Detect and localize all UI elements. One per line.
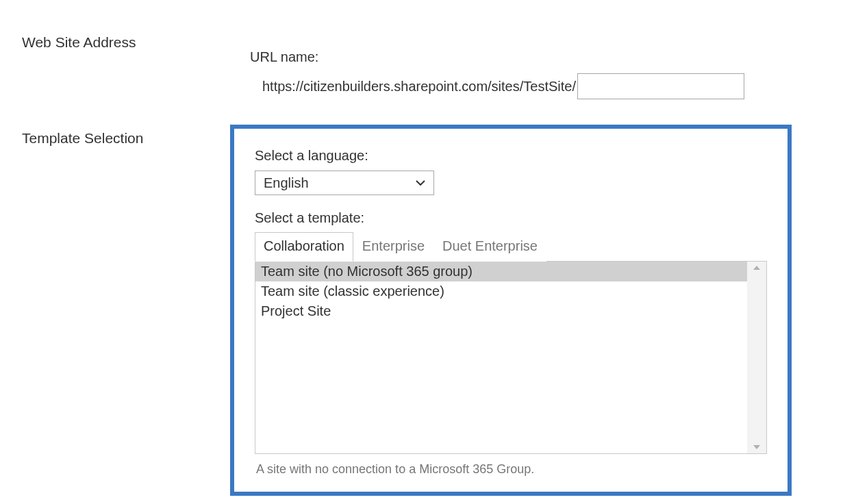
tab-enterprise[interactable]: Enterprise xyxy=(353,232,433,262)
scrollbar[interactable] xyxy=(747,262,766,453)
url-section: URL name: https://citizenbuilders.sharep… xyxy=(250,49,744,99)
svg-marker-0 xyxy=(753,266,760,270)
scroll-up-icon[interactable] xyxy=(753,266,760,270)
template-label: Select a template: xyxy=(255,210,767,226)
template-listbox-container: Team site (no Microsoft 365 group) Team … xyxy=(255,261,767,454)
language-select[interactable]: English xyxy=(255,171,434,195)
template-description: A site with no connection to a Microsoft… xyxy=(255,462,767,477)
section-label-template: Template Selection xyxy=(22,130,143,147)
scroll-down-icon[interactable] xyxy=(753,445,760,449)
tab-duet-enterprise[interactable]: Duet Enterprise xyxy=(433,232,546,262)
language-select-value: English xyxy=(264,175,416,191)
url-name-label: URL name: xyxy=(250,49,744,65)
tab-collaboration[interactable]: Collaboration xyxy=(255,232,353,262)
template-listbox[interactable]: Team site (no Microsoft 365 group) Team … xyxy=(255,262,747,453)
section-label-address: Web Site Address xyxy=(22,34,136,51)
list-item[interactable]: Team site (no Microsoft 365 group) xyxy=(255,262,747,281)
template-tabs: Collaboration Enterprise Duet Enterprise xyxy=(255,231,767,261)
url-name-input[interactable] xyxy=(577,73,744,99)
chevron-down-icon xyxy=(416,180,425,186)
list-item[interactable]: Team site (classic experience) xyxy=(255,281,747,301)
language-label: Select a language: xyxy=(255,148,767,164)
svg-marker-1 xyxy=(753,445,760,449)
url-prefix-text: https://citizenbuilders.sharepoint.com/s… xyxy=(250,79,576,94)
list-item[interactable]: Project Site xyxy=(255,301,747,321)
template-selection-panel: Select a language: English Select a temp… xyxy=(230,125,792,496)
